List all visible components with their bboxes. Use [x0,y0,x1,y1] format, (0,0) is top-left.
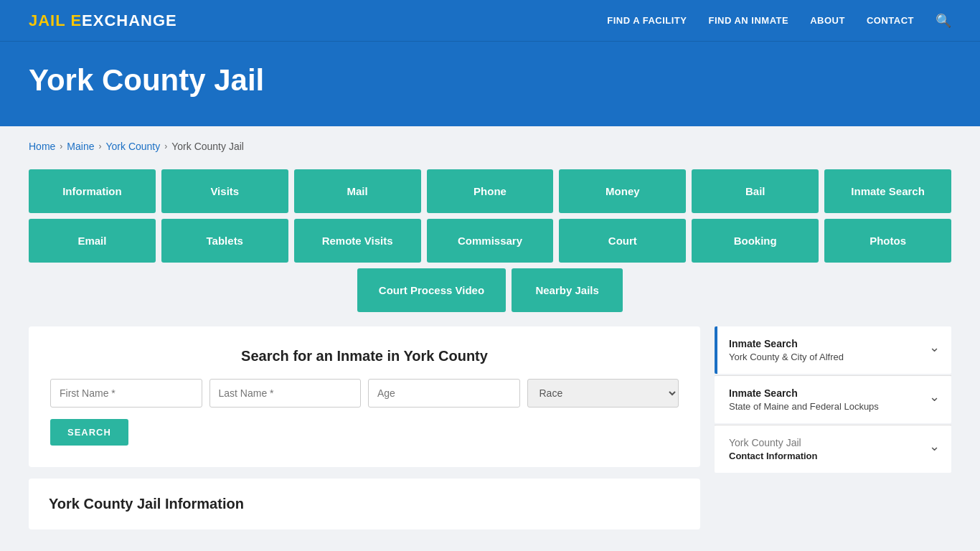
sidebar-item-inmate-search-york[interactable]: Inmate Search York County & City of Alfr… [715,326,951,374]
btn-phone[interactable]: Phone [427,169,554,213]
logo-x: E [70,11,82,29]
sep2: › [99,141,102,151]
info-section: York County Jail Information [29,479,700,529]
race-select[interactable]: Race White Black Hispanic Asian Other [527,379,679,408]
sep1: › [60,141,62,151]
logo-xchange: EXCHANGE [82,11,177,29]
btn-booking[interactable]: Booking [692,219,819,263]
sidebar-item-bottom-1: York County & City of Alfred [729,352,844,362]
grid-row1: Information Visits Mail Phone Money Bail… [29,169,951,213]
btn-mail[interactable]: Mail [294,169,421,213]
info-title: York County Jail Information [49,496,680,512]
contact-link[interactable]: CONTACT [867,15,914,26]
btn-nearby-jails[interactable]: Nearby Jails [512,268,623,312]
sidebar-item-top-1: Inmate Search [729,338,844,349]
chevron-down-icon-1: ⌄ [929,339,940,355]
search-card: Search for an Inmate in York County Race… [29,326,700,467]
chevron-down-icon-2: ⌄ [929,389,940,405]
sidebar-item-bottom-2: State of Maine and Federal Lockups [729,401,879,412]
breadcrumb-york-county[interactable]: York County [106,141,161,152]
btn-commissary[interactable]: Commissary [427,219,554,263]
btn-visits[interactable]: Visits [161,169,288,213]
grid-row2: Email Tablets Remote Visits Commissary C… [29,219,951,263]
search-button[interactable]: SEARCH [50,419,128,446]
lower-section: Search for an Inmate in York County Race… [29,326,951,529]
sidebar: Inmate Search York County & City of Alfr… [715,326,951,474]
age-input[interactable] [368,379,520,408]
sidebar-item-text-1: Inmate Search York County & City of Alfr… [729,338,844,362]
search-icon[interactable]: 🔍 [936,13,951,29]
sidebar-item-top-3: York County Jail [729,437,818,448]
sidebar-item-top-2: Inmate Search [729,387,879,399]
main-container: Home › Maine › York County › York County… [0,126,980,551]
btn-tablets[interactable]: Tablets [161,219,288,263]
sidebar-item-bottom-3: Contact Information [729,451,818,461]
btn-court-process-video[interactable]: Court Process Video [357,268,506,312]
first-name-input[interactable] [50,379,202,408]
last-name-input[interactable] [209,379,362,408]
btn-photos[interactable]: Photos [824,219,951,263]
search-fields: Race White Black Hispanic Asian Other [50,379,679,408]
page-title: York County Jail [29,63,951,98]
btn-inmate-search[interactable]: Inmate Search [824,169,951,213]
logo[interactable]: JAIL EEXCHANGE [29,11,177,30]
breadcrumb-home[interactable]: Home [29,141,55,152]
main-nav: JAIL EEXCHANGE FIND A FACILITY FIND AN I… [0,0,980,42]
btn-court[interactable]: Court [559,219,686,263]
btn-money[interactable]: Money [559,169,686,213]
grid-row3: Court Process Video Nearby Jails [29,268,951,312]
sidebar-item-text-2: Inmate Search State of Maine and Federal… [729,387,879,412]
breadcrumb-current: York County Jail [171,141,244,152]
about-link[interactable]: ABOUT [810,15,845,26]
btn-email[interactable]: Email [29,219,156,263]
sidebar-item-contact-info[interactable]: York County Jail Contact Information ⌄ [715,425,951,473]
btn-information[interactable]: Information [29,169,156,213]
logo-jail: JAIL [29,11,65,29]
find-inmate-link[interactable]: FIND AN INMATE [708,15,788,26]
left-column: Search for an Inmate in York County Race… [29,326,700,529]
search-title: Search for an Inmate in York County [50,348,679,364]
grid-section: Information Visits Mail Phone Money Bail… [29,169,951,312]
btn-bail[interactable]: Bail [692,169,819,213]
sep3: › [164,141,167,151]
nav-links: FIND A FACILITY FIND AN INMATE ABOUT CON… [607,13,951,29]
sidebar-item-text-3: York County Jail Contact Information [729,437,818,461]
hero-section: York County Jail [0,42,980,126]
find-facility-link[interactable]: FIND A FACILITY [607,15,687,26]
breadcrumb-maine[interactable]: Maine [67,141,94,152]
chevron-down-icon-3: ⌄ [929,438,940,454]
breadcrumb: Home › Maine › York County › York County… [29,141,951,152]
sidebar-item-inmate-search-maine[interactable]: Inmate Search State of Maine and Federal… [715,376,951,423]
btn-remote-visits[interactable]: Remote Visits [294,219,421,263]
